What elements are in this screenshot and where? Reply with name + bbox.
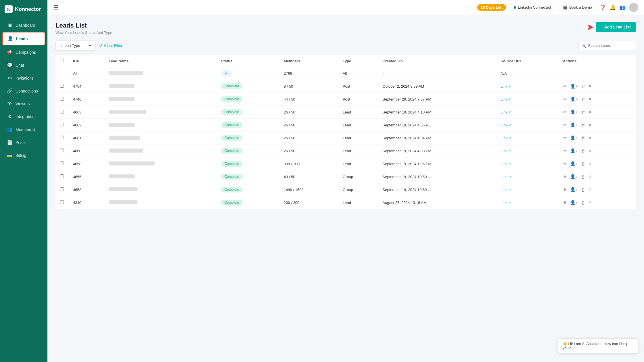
sidebar-item-members[interactable]: 👥Member(s) bbox=[2, 123, 45, 136]
view-icon[interactable]: 👁 bbox=[563, 200, 567, 205]
share-icon[interactable]: ✕ bbox=[588, 148, 592, 153]
sidebar-item-connections[interactable]: 🔗Connections bbox=[2, 85, 45, 97]
sidebar-item-chat[interactable]: 💬Chat bbox=[2, 59, 45, 71]
people-icon[interactable]: 👥 bbox=[619, 4, 626, 11]
sidebar-item-dashboard[interactable]: ▣Dashboard bbox=[2, 19, 45, 31]
add-member-icon[interactable]: 👤+ bbox=[570, 109, 578, 115]
view-icon[interactable]: 👁 bbox=[563, 174, 567, 179]
source-link[interactable]: Link ↗ bbox=[501, 188, 554, 192]
import-type-select[interactable]: Import Type bbox=[59, 43, 92, 48]
row-checkbox[interactable] bbox=[60, 200, 64, 204]
row-checkbox[interactable] bbox=[60, 123, 64, 126]
view-icon[interactable]: 👁 bbox=[563, 161, 567, 166]
source-link[interactable]: Link ↗ bbox=[501, 149, 554, 153]
row-checkbox[interactable] bbox=[60, 161, 64, 165]
add-member-icon[interactable]: 👤+ bbox=[570, 84, 578, 89]
row-created: August 27, 2024 10:16 AM bbox=[378, 196, 496, 209]
delete-icon[interactable]: 🗑 bbox=[581, 123, 585, 128]
delete-icon[interactable]: 🗑 bbox=[581, 136, 585, 140]
sidebar-item-posts[interactable]: 📄Posts bbox=[2, 136, 45, 149]
delete-icon[interactable]: 🗑 bbox=[581, 161, 585, 166]
add-member-icon[interactable]: 👤+ bbox=[570, 174, 578, 179]
row-checkbox[interactable] bbox=[60, 187, 64, 191]
help-icon[interactable]: ❓ bbox=[600, 4, 606, 11]
source-link[interactable]: Link ↗ bbox=[501, 136, 554, 140]
delete-icon[interactable]: 🗑 bbox=[581, 200, 585, 205]
share-icon[interactable]: ✕ bbox=[588, 122, 592, 128]
sidebar: K Konnector ▣Dashboard👤Leads📢Campaigns💬C… bbox=[0, 0, 47, 362]
sidebar-item-label-integration: Integration bbox=[16, 114, 34, 119]
clear-filter-button[interactable]: ↺ Clear Filter bbox=[99, 43, 122, 48]
sidebar-item-integration[interactable]: ⚙Integration bbox=[2, 110, 45, 123]
source-link[interactable]: Link ↗ bbox=[501, 110, 554, 114]
view-icon[interactable]: 👁 bbox=[563, 149, 567, 153]
delete-icon[interactable]: 🗑 bbox=[581, 187, 585, 192]
add-member-icon[interactable]: 👤+ bbox=[570, 122, 578, 128]
sidebar-item-leads[interactable]: 👤Leads bbox=[2, 32, 45, 45]
table-row: 4663 Complete 26 / 50 Lead September 19,… bbox=[55, 106, 636, 119]
avatar[interactable] bbox=[629, 3, 638, 12]
source-link[interactable]: Link ↗ bbox=[501, 97, 554, 101]
book-demo-button[interactable]: 🎬 Book a Demo bbox=[559, 4, 596, 11]
bell-icon[interactable]: 🔔 bbox=[610, 4, 616, 11]
add-lead-button[interactable]: + Add Lead List bbox=[596, 22, 636, 32]
view-icon[interactable]: 👁 bbox=[563, 110, 567, 115]
share-icon[interactable]: ✕ bbox=[588, 200, 592, 205]
table-body: All All 2766 All - N/A 4754 bbox=[55, 67, 636, 209]
status-badge: Complete bbox=[221, 109, 243, 115]
chat-nav-icon: 💬 bbox=[7, 62, 13, 68]
menu-icon[interactable]: ☰ bbox=[53, 4, 58, 11]
search-leads-input[interactable] bbox=[578, 41, 636, 50]
sidebar-item-billing[interactable]: 💳Billing bbox=[2, 149, 45, 161]
row-checkbox[interactable] bbox=[60, 136, 64, 139]
th-actions: Actions bbox=[558, 55, 636, 67]
share-icon[interactable]: ✕ bbox=[588, 109, 592, 115]
row-checkbox[interactable] bbox=[60, 110, 64, 113]
share-icon[interactable]: ✕ bbox=[588, 187, 592, 192]
add-member-icon[interactable]: 👤+ bbox=[570, 161, 578, 166]
sidebar-item-invitations[interactable]: ✉Invitations bbox=[2, 72, 45, 84]
share-icon[interactable]: ✕ bbox=[588, 161, 592, 166]
row-actions: 👁 👤+ 🗑 ✕ bbox=[558, 157, 636, 170]
source-link[interactable]: Link ↗ bbox=[501, 123, 554, 127]
linkedin-connected-badge[interactable]: Linkedin Connected bbox=[509, 4, 555, 11]
source-link[interactable]: Link ↗ bbox=[501, 175, 554, 179]
days-left-badge[interactable]: 28 Days Left bbox=[477, 4, 506, 11]
share-icon[interactable]: ✕ bbox=[588, 84, 592, 89]
import-type-filter[interactable]: Import Type bbox=[55, 41, 96, 51]
ai-chat-bubble[interactable]: 👋 Hi! I am AI Assistant, How can I help … bbox=[558, 338, 638, 353]
row-checkbox[interactable] bbox=[60, 174, 64, 178]
delete-icon[interactable]: 🗑 bbox=[581, 84, 585, 89]
source-link[interactable]: Link ↗ bbox=[501, 201, 554, 205]
delete-icon[interactable]: 🗑 bbox=[581, 97, 585, 102]
row-checkbox[interactable] bbox=[60, 149, 64, 152]
share-icon[interactable]: ✕ bbox=[588, 97, 592, 102]
source-link[interactable]: Link ↗ bbox=[501, 84, 554, 88]
select-all-checkbox[interactable] bbox=[60, 59, 64, 62]
view-icon[interactable]: 👁 bbox=[563, 187, 567, 192]
sidebar-item-viewers[interactable]: 👁Viewers bbox=[2, 98, 45, 110]
view-icon[interactable]: 👁 bbox=[563, 136, 567, 140]
add-member-icon[interactable]: 👤+ bbox=[570, 187, 578, 192]
share-icon[interactable]: ✕ bbox=[588, 135, 592, 140]
add-member-icon[interactable]: 👤+ bbox=[570, 200, 578, 205]
add-member-icon[interactable]: 👤+ bbox=[570, 135, 578, 140]
row-created: September 19, 2024 4:03 PM bbox=[378, 145, 496, 157]
view-icon[interactable]: 👁 bbox=[563, 84, 567, 89]
source-link[interactable]: Link ↗ bbox=[501, 162, 554, 166]
row-type: Lead bbox=[338, 132, 378, 145]
add-member-icon[interactable]: 👤+ bbox=[570, 148, 578, 153]
delete-icon[interactable]: 🗑 bbox=[581, 174, 585, 179]
sidebar-item-campaigns[interactable]: 📢Campaigns bbox=[2, 46, 45, 58]
lead-name-blurred bbox=[109, 149, 143, 153]
view-icon[interactable]: 👁 bbox=[563, 97, 567, 102]
row-checkbox[interactable] bbox=[60, 97, 64, 101]
view-icon[interactable]: 👁 bbox=[563, 123, 567, 128]
delete-icon[interactable]: 🗑 bbox=[581, 149, 585, 153]
add-member-icon[interactable]: 👤+ bbox=[570, 97, 578, 102]
row-checkbox[interactable] bbox=[60, 84, 64, 88]
delete-icon[interactable]: 🗑 bbox=[581, 110, 585, 115]
row-actions: 👁 👤+ 🗑 ✕ bbox=[558, 119, 636, 132]
external-link-icon: ↗ bbox=[508, 175, 511, 179]
share-icon[interactable]: ✕ bbox=[588, 174, 592, 179]
